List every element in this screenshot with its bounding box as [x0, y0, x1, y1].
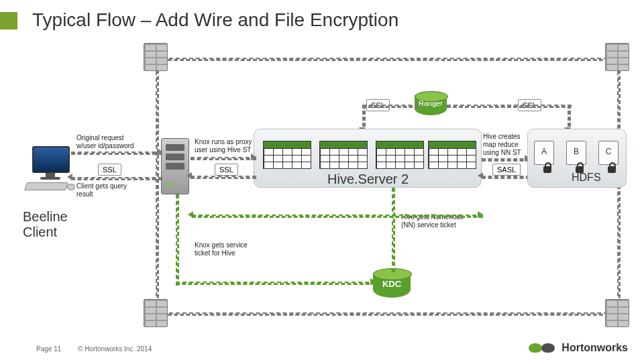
perimeter-top [156, 58, 621, 61]
brand-text: Hortonworks [561, 342, 628, 353]
beeline-client-label: Beeline Client [23, 209, 83, 240]
arrow-left-icon [67, 174, 72, 180]
ranger-right-h [447, 105, 572, 108]
ranger-left-h [362, 105, 419, 108]
perimeter-bottom [156, 312, 621, 316]
original-request-label: Original request w/user id/password [76, 134, 141, 150]
knox-to-kdc-h [176, 282, 376, 285]
hive-to-kdc-v [392, 188, 395, 272]
green-arrow-left-icon [188, 211, 193, 218]
firewall-icon [144, 299, 168, 327]
hive-to-knox [191, 176, 256, 179]
client-monitor-icon [32, 146, 68, 182]
sasl-badge: SASL [492, 164, 521, 176]
lock-icon [543, 166, 551, 173]
green-arrow-right-icon [478, 211, 483, 218]
keyboard-icon [24, 182, 68, 190]
hiveserver-label: Hive.Server 2 [327, 172, 409, 187]
hortonworks-logo: Hortonworks [529, 342, 628, 354]
hive-mr-label: Hive creates map reduce using NN ST [483, 133, 530, 157]
green-arrow-right-icon [370, 278, 376, 285]
hive-to-hdfs [482, 158, 530, 162]
knox-to-kdc-v [176, 194, 179, 286]
page-number: Page 11 [36, 345, 61, 353]
firewall-icon [144, 43, 168, 71]
firewall-icon [605, 43, 629, 71]
arrow-right-icon [251, 154, 256, 160]
knox-proxy-label: Knox runs as proxy user using Hive ST [195, 138, 259, 154]
knox-gateway-icon [161, 138, 189, 194]
firewall-icon [605, 299, 629, 327]
hdfs-to-hive [482, 176, 530, 179]
client-to-knox [71, 152, 162, 155]
table-icon [428, 141, 476, 169]
perimeter-left [156, 58, 159, 316]
table-icon [319, 141, 368, 169]
accent-bar [0, 12, 17, 29]
table-icon [263, 141, 311, 169]
datanode-B: B [566, 141, 586, 165]
return-path [192, 215, 483, 218]
arrow-right-icon [157, 148, 162, 155]
knox-to-client [71, 177, 162, 180]
client-result-label: Client gets query result [76, 182, 137, 198]
knox-to-hive [191, 157, 256, 160]
datanode-C: C [598, 141, 619, 165]
arrow-left-icon [478, 172, 483, 179]
elephant-icon [541, 343, 555, 353]
mouse-icon [67, 184, 75, 190]
datanode-A: A [534, 141, 554, 165]
ssl-badge: SSL [215, 164, 238, 176]
kdc-label: KDC [373, 279, 411, 289]
elephant-icon [529, 343, 542, 353]
hdfs-label: HDFS [572, 172, 601, 184]
lock-icon [608, 166, 616, 173]
kdc-icon: KDC [373, 268, 411, 298]
ssl-badge: SSL [98, 164, 121, 176]
arrow-left-icon [186, 172, 192, 179]
ranger-label: Ranger [415, 99, 447, 107]
slide-title: Typical Flow – Add Wire and File Encrypt… [32, 9, 398, 31]
copyright: © Hortonworks Inc. 2014 [78, 345, 152, 353]
ranger-db-icon: Ranger [415, 91, 447, 115]
knox-ticket-label: Knox gets service ticket for Hive [195, 241, 259, 257]
table-icon [376, 141, 424, 169]
